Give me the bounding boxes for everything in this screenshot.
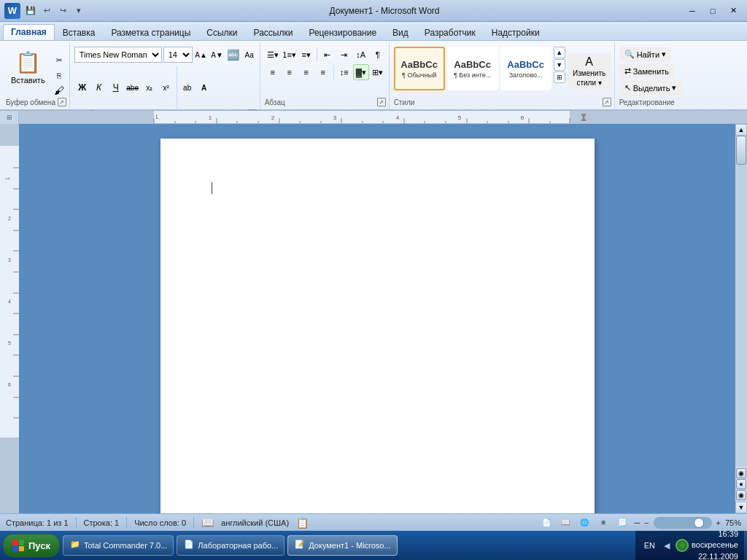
document-page[interactable]: [160, 139, 595, 513]
tab-mailings[interactable]: Рассылки: [246, 25, 301, 40]
language-switch[interactable]: EN: [641, 540, 658, 551]
select-button[interactable]: ↖ Выделить ▾: [619, 80, 682, 96]
numbering-button[interactable]: 1≡▾: [282, 47, 298, 63]
line-spacing-button[interactable]: ↕≡: [336, 64, 352, 80]
italic-button[interactable]: К: [91, 79, 107, 96]
bold-button[interactable]: Ж: [74, 79, 90, 96]
decrease-font-btn[interactable]: A▼: [210, 47, 225, 62]
tab-view[interactable]: Вид: [384, 25, 417, 40]
align-right-button[interactable]: ≡: [298, 64, 314, 80]
clear-format-btn[interactable]: Aa: [242, 47, 257, 62]
styles-expand-btn[interactable]: ↗: [603, 98, 611, 106]
zoom-thumb: [694, 518, 704, 528]
scroll-track[interactable]: [735, 136, 747, 467]
prev-page-button[interactable]: ◉: [736, 468, 746, 478]
save-quick-btn[interactable]: 💾: [23, 4, 38, 18]
font-family-select[interactable]: Times New Roman: [74, 47, 162, 63]
tab-home[interactable]: Главная: [3, 24, 55, 40]
vertical-scrollbar: ▲ ◉ ● ◉ ▼: [735, 124, 747, 513]
format-painter-button[interactable]: 🖌: [52, 83, 66, 98]
find-button[interactable]: 🔍 Найти ▾: [619, 47, 671, 62]
paragraph-content: ☰▾ 1≡▾ ≡▾ ⇤ ⇥ ↕A ¶ ≡ ≡ ≡ ≡ ↕≡ ▓▾ ⊞▾: [265, 44, 386, 98]
minimize-button[interactable]: ─: [683, 4, 702, 18]
tab-addins[interactable]: Надстройки: [484, 25, 548, 40]
select-browse-object[interactable]: ●: [736, 479, 746, 489]
show-marks-button[interactable]: ¶: [370, 47, 386, 63]
print-layout-btn[interactable]: 📄: [539, 516, 554, 529]
paste-button[interactable]: 📋 Вставить: [6, 47, 50, 88]
font-size-select[interactable]: 14: [163, 47, 193, 63]
start-button[interactable]: Пуск: [3, 534, 60, 557]
tab-insert[interactable]: Вставка: [55, 25, 104, 40]
font-name-row: Times New Roman 14 A▲ A▼ 🔤 Aa: [74, 47, 257, 63]
ruler-corner[interactable]: ⊞: [0, 111, 19, 124]
increase-font-btn[interactable]: A▲: [194, 47, 209, 62]
styles-expand[interactable]: ⊞: [554, 71, 565, 83]
replace-button[interactable]: ⇄ Заменить: [619, 63, 674, 79]
zoom-level[interactable]: 75%: [725, 518, 741, 527]
redo-quick-btn[interactable]: ↪: [55, 4, 70, 18]
scroll-thumb[interactable]: [736, 136, 746, 165]
copy-button[interactable]: ⎘: [52, 68, 66, 82]
language[interactable]: английский (США): [221, 518, 289, 527]
outline-btn[interactable]: ≡: [596, 516, 611, 529]
vertical-ruler[interactable]: 1 2 3 4 5 6: [0, 124, 19, 513]
next-page-button[interactable]: ◉: [736, 490, 746, 500]
style-heading[interactable]: AaBbCc Заголово...: [500, 47, 551, 90]
decrease-indent-button[interactable]: ⇤: [320, 47, 336, 63]
align-center-button[interactable]: ≡: [282, 64, 298, 80]
track-changes-icon[interactable]: 📋: [296, 517, 309, 529]
draft-btn[interactable]: 📃: [615, 516, 630, 529]
zoom-minus[interactable]: −: [644, 518, 649, 527]
taskbar-lab-work[interactable]: 📄 Лабораторная рабо...: [177, 535, 285, 556]
scroll-down-button[interactable]: ▼: [735, 502, 747, 513]
cut-button[interactable]: ✂: [52, 52, 66, 67]
tab-references[interactable]: Ссылки: [198, 25, 245, 40]
shading-button[interactable]: ▓▾: [353, 64, 369, 80]
horizontal-ruler[interactable]: 1 2 3 4 5 6 └: [19, 111, 747, 123]
undo-quick-btn[interactable]: ↩: [39, 4, 54, 18]
borders-button[interactable]: ⊞▾: [370, 64, 386, 80]
styles-scroll-up[interactable]: ▲: [554, 47, 565, 58]
network-icon[interactable]: ◀: [661, 540, 673, 551]
style-no-spacing[interactable]: AaBbCc ¶ Без инте...: [447, 47, 498, 90]
editing-group: 🔍 Найти ▾ ⇄ Заменить ↖ Выделить ▾ Редакт…: [616, 42, 685, 109]
zoom-slider[interactable]: [654, 517, 712, 529]
quick-access-dropdown[interactable]: ▾: [71, 4, 86, 18]
style-normal[interactable]: AaBbCc ¶ Обычный: [394, 47, 445, 90]
taskbar-total-commander[interactable]: 📁 Total Commander 7.0...: [63, 535, 174, 556]
justify-button[interactable]: ≡: [315, 64, 331, 80]
styles-scroll-down[interactable]: ▼: [554, 59, 565, 71]
tray-clock[interactable]: 16:39 воскресенье 22.11.2009: [692, 529, 738, 560]
maximize-button[interactable]: □: [703, 4, 722, 18]
highlight-button[interactable]: ab: [179, 79, 196, 96]
change-styles-button[interactable]: A Изменитьстили ▾: [568, 53, 611, 90]
style-no-spacing-label: ¶ Без инте...: [454, 71, 491, 79]
document-area[interactable]: [19, 124, 735, 513]
web-layout-btn[interactable]: 🌐: [577, 516, 592, 529]
zoom-plus[interactable]: +: [716, 518, 721, 527]
tab-developer[interactable]: Разработчик: [417, 25, 484, 40]
tab-page-layout[interactable]: Разметка страницы: [103, 25, 198, 40]
sort-button[interactable]: ↕A: [353, 47, 369, 63]
superscript-button[interactable]: x²: [158, 79, 174, 96]
multilevel-button[interactable]: ≡▾: [298, 47, 314, 63]
paragraph-expand[interactable]: ↗: [377, 98, 386, 106]
word-count: Число слов: 0: [134, 518, 186, 527]
full-reading-btn[interactable]: 📖: [558, 516, 573, 529]
scroll-up-button[interactable]: ▲: [735, 124, 747, 136]
align-left-button[interactable]: ≡: [265, 64, 281, 80]
tab-review[interactable]: Рецензирование: [301, 25, 384, 40]
increase-indent-button[interactable]: ⇥: [336, 47, 352, 63]
strikethrough-button[interactable]: abe: [125, 79, 141, 96]
subscript-button[interactable]: x₂: [142, 79, 158, 96]
taskbar-word-doc[interactable]: 📝 Документ1 - Microso...: [287, 535, 397, 556]
clipboard-expand[interactable]: ↗: [58, 98, 66, 106]
close-button[interactable]: ✕: [724, 4, 743, 18]
underline-button[interactable]: Ч: [108, 79, 124, 96]
page-count[interactable]: Страница: 1 из 1: [6, 518, 69, 527]
spell-check-icon[interactable]: 📖: [201, 517, 214, 529]
bullets-button[interactable]: ☰▾: [265, 47, 281, 63]
font-color-button[interactable]: A: [196, 79, 212, 96]
font-size-selector-btn[interactable]: 🔤: [226, 47, 241, 62]
